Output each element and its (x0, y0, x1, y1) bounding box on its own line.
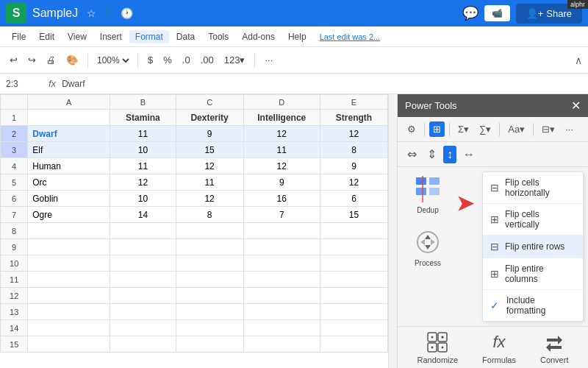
more-formats-button[interactable]: 123▾ (220, 52, 249, 68)
row-num[interactable]: 4 (1, 158, 28, 174)
cell[interactable]: Dexterity (176, 110, 243, 126)
meet-button[interactable]: 📹 (484, 5, 510, 21)
menu-help[interactable]: Help (282, 30, 312, 43)
cell[interactable]: 14 (110, 207, 176, 223)
row-num[interactable]: 11 (1, 272, 28, 288)
flip-vert-icon-button[interactable]: ⇕ (423, 145, 440, 163)
cell[interactable]: 12 (176, 191, 243, 207)
cell[interactable]: 9 (176, 126, 243, 142)
cell-reference-input[interactable] (6, 79, 43, 89)
row-num[interactable]: 12 (1, 288, 28, 304)
menu-format[interactable]: Format (129, 30, 169, 43)
panel-tool-filter-button[interactable]: ⚙ (404, 121, 420, 137)
menu-view[interactable]: View (62, 30, 93, 43)
star-icon[interactable]: ☆ (87, 7, 96, 19)
vertical-scrollbar[interactable] (388, 94, 397, 368)
percent-button[interactable]: % (159, 52, 176, 68)
chat-button[interactable]: 💬 (462, 5, 478, 21)
cell[interactable]: 9 (243, 174, 320, 191)
cell[interactable]: Intelligence (243, 110, 320, 126)
menu-data[interactable]: Data (171, 30, 201, 43)
people-icon[interactable]: 👤 (102, 7, 115, 19)
col-header-a[interactable]: A (28, 95, 110, 110)
panel-close-button[interactable]: ✕ (571, 99, 581, 113)
panel-tool-text-button[interactable]: Aa▾ (504, 121, 528, 137)
cell[interactable]: Orc (28, 174, 110, 191)
col-header-d[interactable]: D (243, 95, 320, 110)
cell[interactable]: 12 (320, 126, 387, 142)
panel-tool-sum-button[interactable]: Σ▾ (454, 121, 473, 137)
formulas-tool[interactable]: fx Formulas (482, 331, 516, 364)
cell[interactable]: 7 (243, 207, 320, 223)
panel-tool-table-button[interactable]: ⊟▾ (538, 121, 559, 137)
row-num[interactable]: 2 (1, 126, 28, 142)
cell[interactable]: 15 (320, 207, 387, 223)
row-num[interactable]: 3 (1, 142, 28, 158)
row-num[interactable]: 15 (1, 336, 28, 353)
panel-tool-more-button[interactable]: ··· (562, 121, 577, 137)
cell[interactable]: Stamina (110, 110, 176, 126)
menu-tools[interactable]: Tools (202, 30, 234, 43)
print-button[interactable]: 🖨 (43, 52, 60, 68)
menu-file[interactable]: File (6, 30, 32, 43)
cell[interactable]: 11 (176, 174, 243, 191)
undo-button[interactable]: ↩ (6, 52, 21, 68)
cell[interactable]: 6 (320, 191, 387, 207)
cell[interactable]: Human (28, 158, 110, 174)
clock-icon[interactable]: 🕐 (121, 7, 133, 19)
paint-format-button[interactable]: 🎨 (62, 52, 82, 68)
include-formatting-item[interactable]: ✓ Include formatting (483, 290, 583, 321)
cell[interactable]: 16 (243, 191, 320, 207)
decimal-down-button[interactable]: .0 (179, 52, 194, 68)
row-num[interactable]: 8 (1, 223, 28, 239)
process-tool-item[interactable]: Process (404, 224, 452, 272)
redo-button[interactable]: ↪ (24, 52, 40, 68)
panel-tool-grid-button[interactable]: ⊞ (429, 121, 445, 137)
cell[interactable]: 12 (110, 174, 176, 191)
last-edit[interactable]: Last edit was 2... (320, 32, 381, 41)
flip-cells-vertically-item[interactable]: ⊞ Flip cells vertically (483, 204, 583, 236)
zoom-select[interactable]: 100% 75% 50% 150% (94, 54, 132, 66)
dedup-tool-item[interactable]: Dedup (404, 171, 452, 219)
cell[interactable]: 11 (243, 142, 320, 158)
row-num[interactable]: 10 (1, 255, 28, 272)
flip-entire-rows-item[interactable]: ⊟ Flip entire rows (483, 236, 583, 258)
convert-tool[interactable]: Convert (540, 331, 569, 364)
currency-button[interactable]: $ (144, 52, 157, 68)
flip-cols-icon-button[interactable]: ↔ (459, 146, 478, 163)
cell[interactable]: 12 (243, 126, 320, 142)
more-toolbar-button[interactable]: ··· (261, 52, 276, 68)
cell[interactable]: Elf (28, 142, 110, 158)
row-num[interactable]: 7 (1, 207, 28, 223)
row-num[interactable]: 1 (1, 110, 28, 126)
col-header-b[interactable]: B (110, 95, 176, 110)
cell[interactable]: 10 (110, 191, 176, 207)
menu-edit[interactable]: Edit (33, 30, 60, 43)
row-num[interactable]: 6 (1, 191, 28, 207)
menu-addons[interactable]: Add-ons (236, 30, 281, 43)
row-num[interactable]: 9 (1, 239, 28, 255)
flip-entire-columns-item[interactable]: ⊞ Flip entire columns (483, 258, 583, 290)
randomize-tool[interactable]: Randomize (417, 331, 458, 364)
flip-rows-icon-button[interactable]: ↕ (443, 146, 456, 163)
cell[interactable] (28, 110, 110, 126)
cell[interactable]: Dwarf (28, 126, 110, 142)
collapse-toolbar-button[interactable]: ∧ (575, 54, 582, 66)
row-num[interactable]: 5 (1, 174, 28, 191)
cell[interactable]: 8 (176, 207, 243, 223)
cell[interactable]: 11 (110, 158, 176, 174)
menu-insert[interactable]: Insert (94, 30, 128, 43)
cell[interactable]: 10 (110, 142, 176, 158)
cell[interactable]: 9 (320, 158, 387, 174)
cell[interactable]: 15 (176, 142, 243, 158)
flip-horiz-icon-button[interactable]: ⇔ (404, 145, 420, 163)
flip-cells-horizontally-item[interactable]: ⊟ Flip cells horizontally (483, 172, 583, 204)
cell[interactable]: Goblin (28, 191, 110, 207)
col-header-c[interactable]: C (176, 95, 243, 110)
cell[interactable]: 12 (320, 174, 387, 191)
cell[interactable]: 12 (176, 158, 243, 174)
col-header-e[interactable]: E (320, 95, 387, 110)
cell[interactable]: 12 (243, 158, 320, 174)
cell[interactable]: 11 (110, 126, 176, 142)
decimal-up-button[interactable]: .00 (197, 52, 218, 68)
